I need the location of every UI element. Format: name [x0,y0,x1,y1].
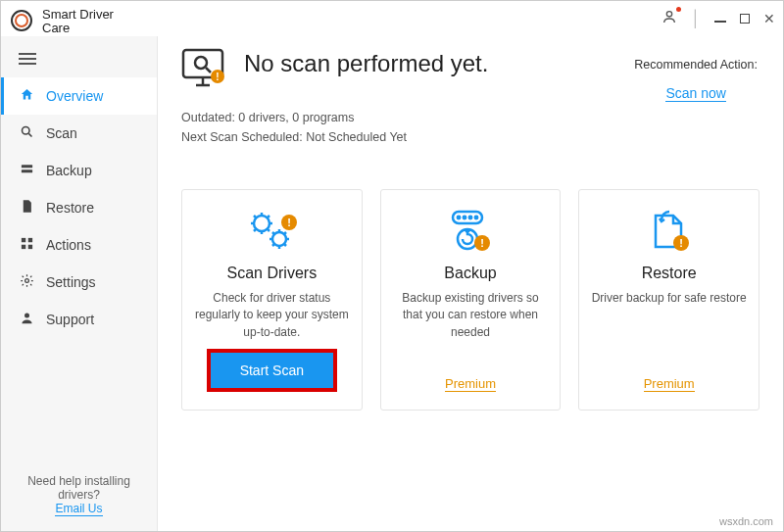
svg-point-23 [458,217,460,218]
svg-point-14 [195,57,207,69]
restore-icon [19,199,34,217]
sidebar-item-settings[interactable]: Settings [1,264,157,301]
sidebar-item-restore[interactable]: Restore [1,189,157,226]
card-desc: Driver backup for safe restore [592,290,747,363]
sidebar-item-backup[interactable]: Backup [1,152,157,189]
user-account-icon[interactable] [662,9,677,28]
backup-card: ! Backup Backup existing drivers so that… [380,189,562,411]
notification-dot-icon [676,7,681,12]
restore-card: ! Restore Driver backup for safe restore… [578,189,760,411]
svg-text:!: ! [679,237,683,249]
premium-link[interactable]: Premium [445,376,496,392]
svg-rect-7 [21,245,24,249]
sidebar-item-overview[interactable]: Overview [1,77,157,115]
cards-row: ! Scan Drivers Check for driver status r… [181,189,760,411]
svg-rect-3 [21,165,31,168]
app-logo-icon [11,10,32,31]
outdated-status: Outdated: 0 drivers, 0 programs [181,111,760,124]
footer-text: Need help installing drivers? [11,474,147,502]
highlight-frame: Start Scan [207,349,337,392]
sidebar-label: Restore [46,200,94,216]
main-panel: ! No scan performed yet. Recommended Act… [158,36,783,531]
person-icon [19,311,34,328]
grid-icon [19,236,34,254]
search-icon [19,124,34,142]
divider-icon: │ [691,10,701,27]
email-us-link[interactable]: Email Us [55,502,102,516]
premium-link[interactable]: Premium [644,376,695,392]
svg-line-2 [28,133,31,136]
sidebar-item-support[interactable]: Support [1,301,157,338]
titlebar: Smart Driver Care │ ✕ [1,1,783,36]
minimize-button[interactable] [714,15,726,23]
svg-text:!: ! [287,217,291,228]
svg-rect-4 [21,169,31,172]
svg-rect-6 [27,238,31,242]
svg-line-15 [206,68,211,73]
recommended-label: Recommended Action: [634,58,758,72]
sidebar-label: Backup [46,163,92,178]
sidebar-label: Scan [46,125,77,141]
svg-point-0 [666,12,671,17]
maximize-button[interactable] [740,14,750,24]
scan-drivers-icon: ! [242,206,301,259]
nav-list: Overview Scan Backup [1,77,157,462]
svg-point-10 [24,314,29,318]
svg-text:!: ! [480,237,484,249]
sidebar-footer: Need help installing drivers? Email Us [1,462,157,531]
sidebar-label: Support [46,312,94,327]
svg-point-25 [469,217,471,218]
hamburger-menu-icon[interactable] [1,36,157,77]
svg-point-1 [22,127,29,135]
page-title: No scan performed yet. [244,50,488,77]
gear-icon [19,273,34,291]
home-icon [19,87,34,105]
card-title: Backup [444,265,496,282]
svg-rect-8 [27,245,31,249]
next-scan-status: Next Scan Scheduled: Not Scheduled Yet [181,130,760,144]
card-desc: Backup existing drivers so that you can … [393,290,549,363]
start-scan-button[interactable]: Start Scan [211,353,333,388]
card-title: Restore [642,265,697,282]
svg-rect-5 [21,238,24,242]
watermark: wsxdn.com [719,515,773,527]
app-title: Smart Driver Care [42,8,121,35]
app-window: Smart Driver Care │ ✕ Overview [0,0,784,532]
sidebar-item-actions[interactable]: Actions [1,226,157,264]
svg-text:!: ! [216,72,219,82]
card-title: Scan Drivers [227,265,318,282]
sidebar-label: Actions [46,237,91,253]
close-button[interactable]: ✕ [763,11,775,26]
backup-icon [19,162,34,179]
scan-now-link[interactable]: Scan now [665,85,725,102]
monitor-scan-icon: ! [181,48,226,93]
scan-drivers-card: ! Scan Drivers Check for driver status r… [181,189,363,411]
svg-point-9 [24,279,28,283]
recommended-action-box: Recommended Action: Scan now [634,58,758,102]
svg-point-19 [272,232,286,246]
svg-point-24 [464,217,466,218]
sidebar: Overview Scan Backup [1,36,158,531]
card-desc: Check for driver status regularly to kee… [194,290,350,341]
sidebar-label: Settings [46,274,96,290]
sidebar-label: Overview [46,88,103,104]
backup-icon: ! [441,206,500,259]
restore-icon: ! [640,206,699,259]
sidebar-item-scan[interactable]: Scan [1,115,157,152]
svg-point-26 [475,217,477,218]
